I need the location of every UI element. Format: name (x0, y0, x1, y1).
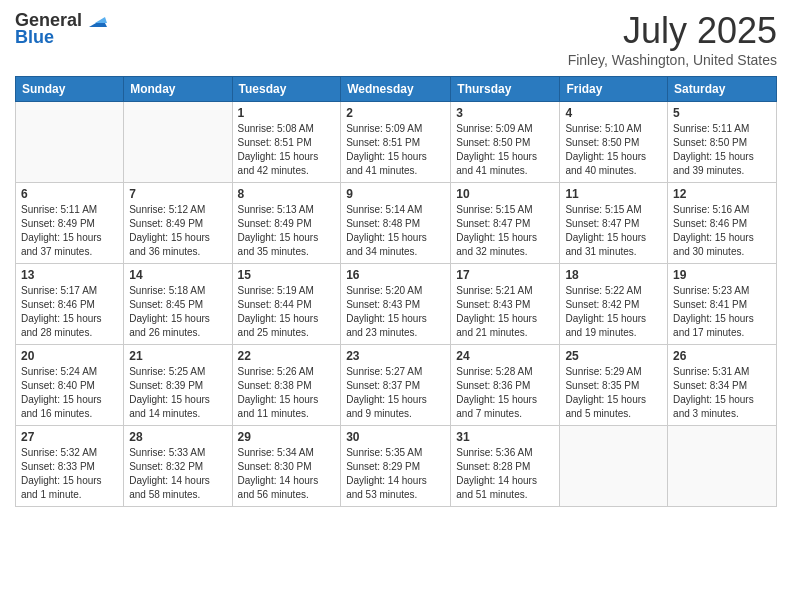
cell-content-line: Daylight: 15 hours (565, 150, 662, 164)
cell-content-line: Daylight: 14 hours (129, 474, 226, 488)
cell-content-line: and 28 minutes. (21, 326, 118, 340)
cell-content-line: Daylight: 15 hours (21, 312, 118, 326)
week-row-1: 1Sunrise: 5:08 AMSunset: 8:51 PMDaylight… (16, 102, 777, 183)
cell-content-line: Sunrise: 5:26 AM (238, 365, 336, 379)
cell-content-line: Daylight: 15 hours (456, 150, 554, 164)
calendar-cell: 6Sunrise: 5:11 AMSunset: 8:49 PMDaylight… (16, 183, 124, 264)
cell-content-line: Daylight: 15 hours (673, 231, 771, 245)
day-number: 10 (456, 187, 554, 201)
calendar: SundayMondayTuesdayWednesdayThursdayFrid… (15, 76, 777, 507)
calendar-cell: 28Sunrise: 5:33 AMSunset: 8:32 PMDayligh… (124, 426, 232, 507)
day-number: 15 (238, 268, 336, 282)
cell-content-line: Daylight: 15 hours (129, 231, 226, 245)
cell-content-line: and 21 minutes. (456, 326, 554, 340)
cell-content-line: Sunrise: 5:31 AM (673, 365, 771, 379)
cell-content-line: Sunrise: 5:09 AM (456, 122, 554, 136)
cell-content-line: and 56 minutes. (238, 488, 336, 502)
day-number: 24 (456, 349, 554, 363)
cell-content-line: Sunset: 8:47 PM (456, 217, 554, 231)
cell-content-line: Sunrise: 5:14 AM (346, 203, 445, 217)
cell-content-line: Sunrise: 5:18 AM (129, 284, 226, 298)
day-number: 17 (456, 268, 554, 282)
logo: General Blue (15, 10, 107, 48)
cell-content-line: Daylight: 15 hours (456, 231, 554, 245)
calendar-cell: 18Sunrise: 5:22 AMSunset: 8:42 PMDayligh… (560, 264, 668, 345)
cell-content-line: Sunrise: 5:17 AM (21, 284, 118, 298)
day-number: 6 (21, 187, 118, 201)
cell-content-line: Sunrise: 5:25 AM (129, 365, 226, 379)
cell-content-line: and 5 minutes. (565, 407, 662, 421)
cell-content-line: Daylight: 15 hours (21, 393, 118, 407)
day-number: 16 (346, 268, 445, 282)
cell-content-line: and 19 minutes. (565, 326, 662, 340)
cell-content-line: Daylight: 15 hours (456, 312, 554, 326)
cell-content-line: and 53 minutes. (346, 488, 445, 502)
calendar-cell: 10Sunrise: 5:15 AMSunset: 8:47 PMDayligh… (451, 183, 560, 264)
cell-content-line: Daylight: 14 hours (238, 474, 336, 488)
cell-content-line: and 58 minutes. (129, 488, 226, 502)
cell-content-line: Daylight: 15 hours (673, 393, 771, 407)
cell-content-line: Sunrise: 5:35 AM (346, 446, 445, 460)
calendar-cell: 5Sunrise: 5:11 AMSunset: 8:50 PMDaylight… (668, 102, 777, 183)
header: General Blue July 2025 Finley, Washingto… (15, 10, 777, 68)
cell-content-line: Sunrise: 5:21 AM (456, 284, 554, 298)
calendar-cell (560, 426, 668, 507)
weekday-header-row: SundayMondayTuesdayWednesdayThursdayFrid… (16, 77, 777, 102)
cell-content-line: and 23 minutes. (346, 326, 445, 340)
cell-content-line: Daylight: 15 hours (565, 312, 662, 326)
cell-content-line: and 30 minutes. (673, 245, 771, 259)
calendar-cell: 3Sunrise: 5:09 AMSunset: 8:50 PMDaylight… (451, 102, 560, 183)
calendar-cell: 21Sunrise: 5:25 AMSunset: 8:39 PMDayligh… (124, 345, 232, 426)
calendar-cell: 30Sunrise: 5:35 AMSunset: 8:29 PMDayligh… (341, 426, 451, 507)
cell-content-line: and 42 minutes. (238, 164, 336, 178)
cell-content-line: and 25 minutes. (238, 326, 336, 340)
day-number: 20 (21, 349, 118, 363)
cell-content-line: and 17 minutes. (673, 326, 771, 340)
week-row-2: 6Sunrise: 5:11 AMSunset: 8:49 PMDaylight… (16, 183, 777, 264)
day-number: 30 (346, 430, 445, 444)
cell-content-line: Sunset: 8:46 PM (673, 217, 771, 231)
cell-content-line: Sunset: 8:50 PM (673, 136, 771, 150)
cell-content-line: Sunset: 8:34 PM (673, 379, 771, 393)
cell-content-line: Sunset: 8:50 PM (565, 136, 662, 150)
calendar-cell: 19Sunrise: 5:23 AMSunset: 8:41 PMDayligh… (668, 264, 777, 345)
cell-content-line: Sunset: 8:42 PM (565, 298, 662, 312)
calendar-cell: 20Sunrise: 5:24 AMSunset: 8:40 PMDayligh… (16, 345, 124, 426)
calendar-cell: 12Sunrise: 5:16 AMSunset: 8:46 PMDayligh… (668, 183, 777, 264)
calendar-cell: 16Sunrise: 5:20 AMSunset: 8:43 PMDayligh… (341, 264, 451, 345)
svg-marker-1 (95, 17, 107, 23)
day-number: 7 (129, 187, 226, 201)
day-number: 4 (565, 106, 662, 120)
cell-content-line: Sunset: 8:48 PM (346, 217, 445, 231)
week-row-4: 20Sunrise: 5:24 AMSunset: 8:40 PMDayligh… (16, 345, 777, 426)
cell-content-line: Sunset: 8:50 PM (456, 136, 554, 150)
cell-content-line: and 32 minutes. (456, 245, 554, 259)
cell-content-line: Sunrise: 5:33 AM (129, 446, 226, 460)
cell-content-line: Daylight: 15 hours (129, 393, 226, 407)
cell-content-line: Daylight: 15 hours (21, 231, 118, 245)
cell-content-line: Sunset: 8:36 PM (456, 379, 554, 393)
cell-content-line: Sunrise: 5:16 AM (673, 203, 771, 217)
cell-content-line: Daylight: 14 hours (456, 474, 554, 488)
day-number: 5 (673, 106, 771, 120)
day-number: 19 (673, 268, 771, 282)
cell-content-line: Sunrise: 5:10 AM (565, 122, 662, 136)
cell-content-line: Sunset: 8:32 PM (129, 460, 226, 474)
day-number: 12 (673, 187, 771, 201)
logo-icon (85, 9, 107, 31)
cell-content-line: and 36 minutes. (129, 245, 226, 259)
cell-content-line: Sunrise: 5:08 AM (238, 122, 336, 136)
calendar-cell: 23Sunrise: 5:27 AMSunset: 8:37 PMDayligh… (341, 345, 451, 426)
day-number: 26 (673, 349, 771, 363)
cell-content-line: Daylight: 15 hours (565, 393, 662, 407)
cell-content-line: and 11 minutes. (238, 407, 336, 421)
cell-content-line: Sunset: 8:51 PM (346, 136, 445, 150)
cell-content-line: Sunset: 8:49 PM (238, 217, 336, 231)
calendar-cell: 11Sunrise: 5:15 AMSunset: 8:47 PMDayligh… (560, 183, 668, 264)
calendar-cell (124, 102, 232, 183)
cell-content-line: Daylight: 15 hours (346, 393, 445, 407)
cell-content-line: Sunset: 8:33 PM (21, 460, 118, 474)
cell-content-line: Sunrise: 5:34 AM (238, 446, 336, 460)
cell-content-line: Daylight: 15 hours (238, 393, 336, 407)
cell-content-line: Sunrise: 5:15 AM (456, 203, 554, 217)
